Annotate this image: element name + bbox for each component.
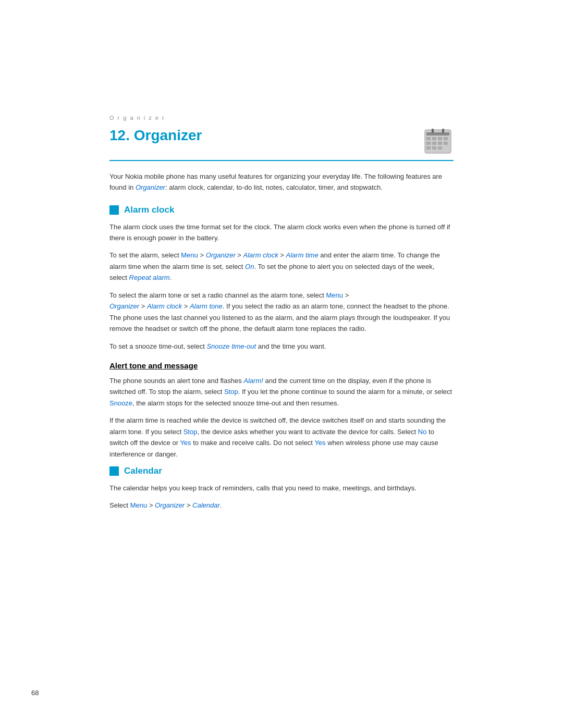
alarm-clock-link-1[interactable]: Alarm clock	[243, 251, 278, 259]
menu-link-1[interactable]: Menu	[181, 251, 198, 259]
calendar-para1: The calendar helps you keep track of rem…	[109, 483, 454, 493]
alarm-clock-para2: To set the alarm, select Menu > Organize…	[109, 250, 454, 283]
svg-rect-10	[426, 146, 431, 150]
svg-rect-1	[426, 132, 449, 135]
intro-paragraph: Your Nokia mobile phone has many useful …	[109, 171, 454, 193]
alarm-clock-snooze-para: To set a snooze time-out, select Snooze …	[109, 341, 454, 352]
snooze-timeout-link[interactable]: Snooze time-out	[206, 342, 256, 350]
no-link[interactable]: No	[418, 428, 427, 436]
snooze-link-1[interactable]: Snooze	[109, 399, 132, 407]
alarm-clock-section: Alarm clock The alarm clock uses the tim…	[109, 205, 454, 352]
svg-rect-14	[442, 129, 444, 133]
alarm-clock-link-2[interactable]: Alarm clock	[147, 302, 182, 310]
calendar-section: Calendar The calendar helps you keep tra…	[109, 466, 454, 511]
organizer-link-3[interactable]: Organizer	[155, 501, 185, 509]
yes-link-2[interactable]: Yes	[314, 439, 325, 447]
organizer-icon	[422, 127, 454, 156]
svg-rect-6	[426, 142, 431, 145]
calendar-heading: Calendar	[109, 466, 454, 476]
calendar-select-para: Select Menu > Organizer > Calendar.	[109, 500, 454, 511]
alert-tone-heading: Alert tone and message	[109, 361, 454, 370]
calendar-icon	[109, 466, 119, 476]
svg-rect-12	[438, 146, 442, 150]
alarm-flash-link[interactable]: Alarm!	[243, 377, 263, 385]
calendar-title: Calendar	[124, 466, 162, 476]
svg-rect-5	[444, 137, 448, 140]
calendar-nav-link[interactable]: Calendar	[192, 501, 220, 509]
intro-organizer-link[interactable]: Organizer	[136, 183, 165, 191]
yes-link-1[interactable]: Yes	[180, 439, 191, 447]
menu-link-2[interactable]: Menu	[326, 291, 344, 299]
alert-tone-para1: The phone sounds an alert tone and flash…	[109, 375, 454, 409]
svg-rect-4	[438, 137, 442, 140]
alarm-clock-para1: The alarm clock uses the time format set…	[109, 221, 454, 244]
alarm-clock-para3: To select the alarm tone or set a radio …	[109, 290, 454, 335]
svg-rect-8	[438, 142, 442, 145]
page-number: 68	[31, 689, 39, 697]
page: O r g a n i z e r 12. Organizer	[0, 0, 563, 728]
alarm-time-link[interactable]: Alarm time	[286, 251, 319, 259]
stop-link-2[interactable]: Stop	[183, 428, 198, 436]
alert-tone-para2: If the alarm time is reached while the d…	[109, 415, 454, 460]
organizer-link-1[interactable]: Organizer	[206, 251, 236, 259]
alarm-clock-icon	[109, 205, 119, 215]
alarm-clock-heading: Alarm clock	[109, 205, 454, 215]
svg-rect-9	[444, 142, 448, 145]
breadcrumb: O r g a n i z e r	[109, 115, 454, 121]
menu-link-3[interactable]: Menu	[130, 501, 148, 509]
svg-rect-3	[432, 137, 436, 140]
svg-rect-7	[432, 142, 436, 145]
svg-rect-2	[426, 137, 431, 140]
svg-rect-13	[432, 129, 434, 133]
alert-tone-section: Alert tone and message The phone sounds …	[109, 361, 454, 460]
chapter-header: 12. Organizer	[109, 127, 454, 161]
alarm-clock-title: Alarm clock	[124, 205, 174, 215]
chapter-title: 12. Organizer	[109, 127, 202, 144]
repeat-alarm-link[interactable]: Repeat alarm	[129, 274, 170, 281]
organizer-link-2[interactable]: Organizer	[109, 302, 139, 310]
svg-rect-11	[432, 146, 436, 150]
alarm-tone-link[interactable]: Alarm tone	[190, 302, 223, 310]
on-link[interactable]: On	[245, 263, 254, 270]
stop-link-1[interactable]: Stop	[224, 388, 238, 396]
